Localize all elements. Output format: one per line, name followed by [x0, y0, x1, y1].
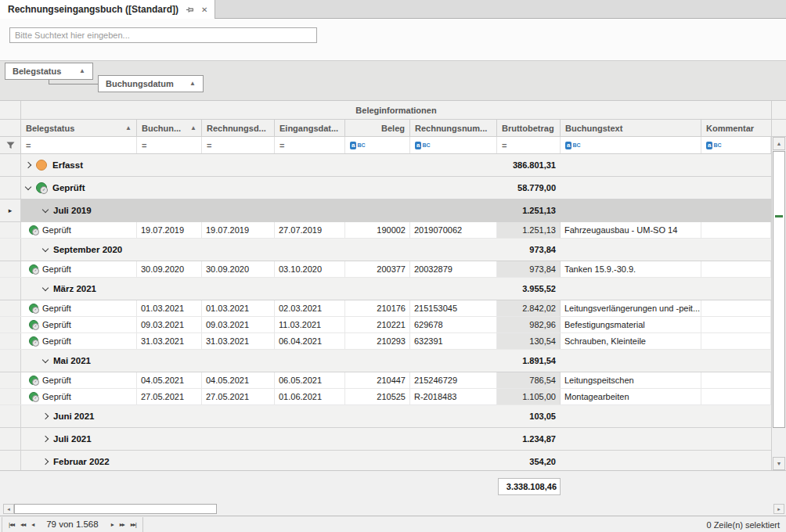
horizontal-scrollbar[interactable]: ◂ ▸: [0, 503, 786, 516]
cell-eingangsdatum[interactable]: 11.03.2021: [275, 317, 345, 332]
cell-bruttobetrag[interactable]: 973,84: [497, 261, 561, 277]
cell-buchungsdatum[interactable]: 27.05.2021: [137, 389, 202, 404]
column-header-rechnungsdatum[interactable]: Rechnungsd...: [202, 120, 275, 136]
scroll-left-button[interactable]: ◂: [3, 504, 14, 514]
search-input[interactable]: [9, 27, 317, 43]
table-row[interactable]: Geprüft 04.05.2021 04.05.2021 06.05.2021…: [0, 372, 771, 389]
cell-buchungstext[interactable]: Leitungsverlängerungen und -peit...: [561, 300, 701, 316]
cell-buchungsdatum[interactable]: 31.03.2021: [137, 333, 202, 349]
cell-kommentar[interactable]: [701, 261, 771, 277]
cell-bruttobetrag[interactable]: 982,96: [497, 317, 561, 332]
column-header-buchungstext[interactable]: Buchungstext: [561, 120, 701, 136]
cell-kommentar[interactable]: [701, 222, 771, 238]
cell-rechnungsnummer[interactable]: 632391: [410, 333, 497, 349]
group-row-september-2020[interactable]: September 2020 973,84: [0, 239, 771, 261]
cell-rechnungsdatum[interactable]: 01.03.2021: [202, 300, 275, 316]
cell-eingangsdatum[interactable]: 01.06.2021: [275, 389, 345, 404]
prev-page-button[interactable]: ◂◂: [17, 521, 28, 528]
cell-beleg[interactable]: 210221: [345, 317, 410, 332]
scroll-right-button[interactable]: ▸: [773, 504, 784, 514]
cell-belegstatus[interactable]: Geprüft: [21, 261, 137, 277]
filter-rechnungsdatum[interactable]: =: [202, 137, 275, 153]
filter-rechnungsnummer[interactable]: aBC: [410, 137, 497, 153]
cell-eingangsdatum[interactable]: 02.03.2021: [275, 300, 345, 316]
column-header-eingangsdatum[interactable]: Eingangsdat...: [275, 120, 345, 136]
filter-belegstatus[interactable]: =: [21, 137, 137, 153]
vertical-scrollbar[interactable]: ▲ ▼: [771, 137, 786, 470]
filter-buchungstext[interactable]: aBC: [561, 137, 701, 153]
table-row[interactable]: Geprüft 30.09.2020 30.09.2020 03.10.2020…: [0, 261, 771, 278]
cell-beleg[interactable]: 210176: [345, 300, 410, 316]
cell-bruttobetrag[interactable]: 130,54: [497, 333, 561, 349]
table-row[interactable]: Geprüft 31.03.2021 31.03.2021 06.04.2021…: [0, 333, 771, 350]
next-record-button[interactable]: ▸: [108, 521, 117, 528]
filter-kommentar[interactable]: aBC: [701, 137, 771, 153]
cell-bruttobetrag[interactable]: 1.105,00: [497, 389, 561, 404]
group-row-maerz-2021[interactable]: März 2021 3.955,52: [0, 278, 771, 300]
cell-rechnungsdatum[interactable]: 09.03.2021: [202, 317, 275, 332]
cell-buchungsdatum[interactable]: 04.05.2021: [137, 372, 202, 388]
cell-buchungstext[interactable]: Montagearbeiten: [561, 389, 701, 404]
cell-bruttobetrag[interactable]: 786,54: [497, 372, 561, 388]
collapse-icon[interactable]: [42, 206, 49, 212]
cell-beleg[interactable]: 210447: [345, 372, 410, 388]
expand-icon[interactable]: [25, 162, 31, 168]
cell-rechnungsnummer[interactable]: 629678: [410, 317, 497, 332]
close-icon[interactable]: ✕: [201, 5, 207, 14]
expand-icon[interactable]: [42, 436, 49, 442]
cell-beleg[interactable]: 190002: [345, 222, 410, 238]
group-row-geprueft[interactable]: Geprüft 58.779,00: [0, 177, 771, 200]
cell-eingangsdatum[interactable]: 27.07.2019: [275, 222, 345, 238]
scroll-down-button[interactable]: ▼: [773, 457, 785, 470]
cell-belegstatus[interactable]: Geprüft: [21, 300, 137, 316]
collapse-icon[interactable]: [42, 356, 49, 362]
column-header-beleg[interactable]: Beleg: [345, 120, 410, 136]
cell-belegstatus[interactable]: Geprüft: [21, 389, 137, 404]
cell-beleg[interactable]: 200377: [345, 261, 410, 277]
column-header-rechnungsnummer[interactable]: Rechnungsnum...: [410, 120, 497, 136]
cell-beleg[interactable]: 210525: [345, 389, 410, 404]
cell-rechnungsdatum[interactable]: 31.03.2021: [202, 333, 275, 349]
cell-rechnungsnummer[interactable]: 215153045: [410, 300, 497, 316]
cell-rechnungsnummer[interactable]: 2019070062: [410, 222, 497, 238]
cell-kommentar[interactable]: [701, 389, 771, 404]
cell-buchungstext[interactable]: Tanken 15.9.-30.9.: [561, 261, 701, 277]
cell-eingangsdatum[interactable]: 06.05.2021: [275, 372, 345, 388]
column-header-kommentar[interactable]: Kommentar: [701, 120, 771, 136]
cell-belegstatus[interactable]: Geprüft: [21, 333, 137, 349]
filter-beleg[interactable]: aBC: [345, 137, 410, 153]
tab-rechnungseingangsbuch[interactable]: Rechnungseingangsbuch ([Standard]) ✕: [0, 0, 215, 19]
cell-rechnungsnummer[interactable]: R-2018483: [410, 389, 497, 404]
horizontal-scrollbar-thumb[interactable]: [14, 504, 217, 514]
cell-kommentar[interactable]: [701, 300, 771, 316]
cell-bruttobetrag[interactable]: 1.251,13: [497, 222, 561, 238]
collapse-icon[interactable]: [42, 284, 49, 290]
cell-kommentar[interactable]: [701, 317, 771, 332]
collapse-icon[interactable]: [25, 183, 31, 189]
cell-rechnungsnummer[interactable]: 215246729: [410, 372, 497, 388]
table-row[interactable]: Geprüft 01.03.2021 01.03.2021 02.03.2021…: [0, 300, 771, 317]
cell-belegstatus[interactable]: Geprüft: [21, 372, 137, 388]
next-page-button[interactable]: ▸▸: [117, 521, 128, 528]
group-row-erfasst[interactable]: Erfasst 386.801,31: [0, 154, 771, 177]
cell-buchungsdatum[interactable]: 01.03.2021: [137, 300, 202, 316]
last-record-button[interactable]: ▸▸|: [128, 521, 139, 528]
filter-eingangsdatum[interactable]: =: [275, 137, 345, 153]
prev-record-button[interactable]: ◂: [28, 521, 37, 528]
cell-eingangsdatum[interactable]: 06.04.2021: [275, 333, 345, 349]
column-header-bruttobetrag[interactable]: Bruttobetrag: [497, 120, 561, 136]
expand-icon[interactable]: [42, 458, 49, 465]
first-record-button[interactable]: |◂◂: [5, 521, 17, 528]
cell-buchungsdatum[interactable]: 09.03.2021: [137, 317, 202, 332]
cell-belegstatus[interactable]: Geprüft: [21, 317, 137, 332]
group-row-juli-2019[interactable]: ▸ Juli 2019 1.251,13: [0, 200, 771, 222]
cell-rechnungsdatum[interactable]: 30.09.2020: [202, 261, 275, 277]
filter-bruttobetrag[interactable]: =: [497, 137, 561, 153]
cell-buchungsdatum[interactable]: 30.09.2020: [137, 261, 202, 277]
scroll-up-button[interactable]: ▲: [773, 137, 785, 150]
group-button-buchungsdatum[interactable]: Buchungsdatum ▲: [98, 75, 204, 92]
cell-buchungstext[interactable]: Fahrzeugausbau - UM-SO 14: [561, 222, 701, 238]
column-header-belegstatus[interactable]: Belegstatus ▲: [21, 120, 137, 136]
table-row[interactable]: Geprüft 19.07.2019 19.07.2019 27.07.2019…: [0, 222, 771, 239]
table-row[interactable]: Geprüft 27.05.2021 27.05.2021 01.06.2021…: [0, 389, 771, 405]
